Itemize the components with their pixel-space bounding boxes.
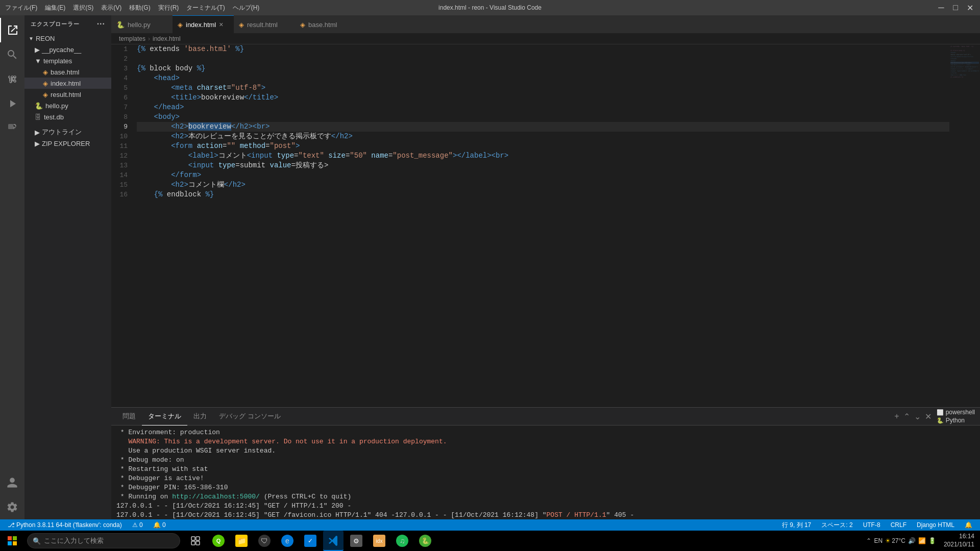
panel-maximize-button[interactable]: ⌃	[903, 412, 910, 421]
account-icon[interactable]	[0, 470, 24, 495]
taskbar-explorer[interactable]: 📁	[231, 531, 252, 551]
terminal-python-label[interactable]: Python	[946, 417, 965, 424]
svg-rect-3	[8, 541, 12, 545]
status-cursor-position[interactable]: 行 9, 列 17	[779, 519, 814, 531]
tab-hello-py[interactable]: 🐍 hello.py	[111, 15, 173, 33]
status-line-ending[interactable]: CRLF	[888, 519, 909, 531]
svg-rect-0	[8, 124, 13, 129]
svg-rect-4	[13, 541, 17, 545]
menu-help[interactable]: ヘルプ(H)	[233, 4, 260, 12]
start-button[interactable]	[0, 531, 24, 551]
tray-lang[interactable]: EN	[874, 537, 883, 544]
menu-run[interactable]: 実行(R)	[158, 4, 179, 12]
menu-view[interactable]: 表示(V)	[101, 4, 121, 12]
code-line-6: <title>bookreview</title>	[137, 93, 949, 103]
terminal-powershell-label[interactable]: powershell	[946, 409, 975, 416]
code-line-8: <body>	[137, 112, 949, 122]
sidebar-item-index-html[interactable]: ◈ index.html	[24, 78, 111, 89]
taskbar: 🔍 ここに入力して検索 Q 📁 🛡 e ✓	[0, 531, 980, 551]
sidebar-item-hello-py[interactable]: 🐍 hello.py	[24, 100, 111, 111]
search-icon[interactable]	[0, 42, 24, 67]
status-encoding[interactable]: UTF-8	[861, 519, 883, 531]
menu-edit[interactable]: 編集(E)	[45, 4, 65, 12]
status-errors[interactable]: ⚠ 0	[130, 519, 145, 531]
status-branch[interactable]: ⎇ Python 3.8.11 64-bit ('flaskenv': cond…	[5, 519, 125, 531]
panel-close-button[interactable]: ✕	[925, 412, 932, 421]
taskbar-anaconda[interactable]: 🐍	[415, 531, 435, 551]
sidebar-item-zip-explorer[interactable]: ▶ ZIP EXPLORER	[24, 138, 111, 149]
taskbar-index[interactable]: idx	[369, 531, 389, 551]
sidebar-item-base-html[interactable]: ◈ base.html	[24, 66, 111, 78]
panel-tab-problems[interactable]: 問題	[116, 408, 142, 425]
source-control-icon[interactable]	[0, 67, 24, 91]
terminal-line-9: 127.0.0.1 - - [11/Oct/2021 16:12:45] "GE…	[116, 502, 975, 511]
sidebar-item-test-db[interactable]: 🗄 test.db	[24, 111, 111, 122]
run-icon[interactable]	[0, 91, 24, 116]
taskbar-search[interactable]: 🔍 ここに入力して検索	[27, 533, 180, 548]
taskbar-clock[interactable]: 16:14 2021/10/11	[941, 533, 977, 548]
terminal-line-6: * Debugger is active!	[116, 474, 975, 483]
code-line-7: </head>	[137, 103, 949, 112]
terminal-output[interactable]: * Environment: production WARNING: This …	[111, 425, 980, 519]
minimize-button[interactable]: ─	[936, 3, 946, 13]
sidebar-item-templates[interactable]: ▼ templates	[24, 55, 111, 66]
menu-terminal[interactable]: ターミナル(T)	[186, 4, 225, 12]
menu-file[interactable]: ファイル(F)	[5, 4, 37, 12]
tray-battery[interactable]: 🔋	[928, 537, 936, 544]
title-bar: ファイル(F) 編集(E) 選択(S) 表示(V) 移動(G) 実行(R) ター…	[0, 0, 980, 15]
menu-bar[interactable]: ファイル(F) 編集(E) 選択(S) 表示(V) 移動(G) 実行(R) ター…	[5, 4, 259, 12]
tray-show-hidden[interactable]: ⌃	[866, 537, 871, 544]
tab-base-html[interactable]: ◈ base.html	[295, 15, 356, 33]
tray-network[interactable]: 📶	[918, 537, 926, 544]
sidebar-item-result-html[interactable]: ◈ result.html	[24, 89, 111, 100]
breadcrumb-templates[interactable]: templates	[119, 35, 145, 42]
taskbar-qiita[interactable]: Q	[208, 531, 229, 551]
root-folder[interactable]: ▼ REON	[24, 33, 111, 44]
breadcrumb-index-html[interactable]: index.html	[153, 35, 181, 42]
panel-minimize-button[interactable]: ⌄	[914, 412, 921, 421]
menu-select[interactable]: 選択(S)	[73, 4, 93, 12]
tray-temp[interactable]: ☀27°C	[885, 537, 905, 544]
sidebar-more-button[interactable]: ···	[97, 19, 105, 29]
window-controls[interactable]: ─ □ ✕	[936, 3, 975, 13]
status-language[interactable]: Django HTML	[914, 519, 957, 531]
status-indent[interactable]: スペース: 2	[819, 519, 855, 531]
taskbar-vscode[interactable]	[323, 531, 344, 551]
editor-area[interactable]: 1 2 3 4 5 6 7 8 9 10 11 12 13 14 15 16	[111, 44, 980, 407]
terminal-line-2: WARNING: This is a development server. D…	[116, 437, 975, 446]
show-desktop-button[interactable]	[977, 531, 980, 551]
status-notifications[interactable]: 🔔	[962, 519, 975, 531]
code-editor[interactable]: 1 2 3 4 5 6 7 8 9 10 11 12 13 14 15 16	[111, 44, 949, 407]
taskbar-security[interactable]: 🛡	[254, 531, 275, 551]
taskbar-browser[interactable]: e	[277, 531, 298, 551]
svg-rect-8	[196, 541, 200, 545]
settings-icon[interactable]	[0, 495, 24, 519]
panel-add-button[interactable]: +	[894, 412, 899, 421]
close-button[interactable]: ✕	[965, 3, 975, 13]
taskbar-task-view[interactable]	[185, 531, 206, 551]
code-line-3: {% block body %}	[137, 64, 949, 73]
tab-index-html[interactable]: ◈ index.html ×	[173, 15, 234, 33]
maximize-button[interactable]: □	[950, 3, 961, 13]
taskbar-tasklist[interactable]: ✓	[300, 531, 321, 551]
panel-controls[interactable]: + ⌃ ⌄ ✕	[894, 412, 931, 421]
terminal-line-7: * Debugger PIN: 165-386-310	[116, 483, 975, 492]
terminal-line-10: 127.0.0.1 - - [11/Oct/2021 16:12:45] "GE…	[116, 511, 975, 519]
panel-tab-terminal[interactable]: ターミナル	[142, 408, 187, 425]
tab-result-html[interactable]: ◈ result.html	[234, 15, 295, 33]
code-line-11: <form action="" method="post">	[137, 141, 949, 151]
taskbar-spotify[interactable]: ♫	[392, 531, 412, 551]
sidebar-item-outline[interactable]: ▶ アウトライン	[24, 127, 111, 138]
tray-volume[interactable]: 🔊	[908, 537, 916, 544]
menu-go[interactable]: 移動(G)	[129, 4, 150, 12]
code-line-15: <h2>コメント欄</h2>	[137, 180, 949, 190]
extensions-icon[interactable]	[0, 116, 24, 140]
sidebar-item-pycache[interactable]: ▶ __pycache__	[24, 44, 111, 55]
panel-tab-output[interactable]: 出力	[187, 408, 213, 425]
status-warnings[interactable]: 🔔 0	[151, 519, 168, 531]
tab-close-index-html[interactable]: ×	[219, 21, 223, 28]
code-content[interactable]: {% extends 'base.html' %} {% block body …	[132, 44, 949, 407]
taskbar-settings-app[interactable]: ⚙	[346, 531, 366, 551]
panel-tab-debug-console[interactable]: デバッグ コンソール	[213, 408, 287, 425]
explorer-icon[interactable]	[0, 18, 24, 42]
